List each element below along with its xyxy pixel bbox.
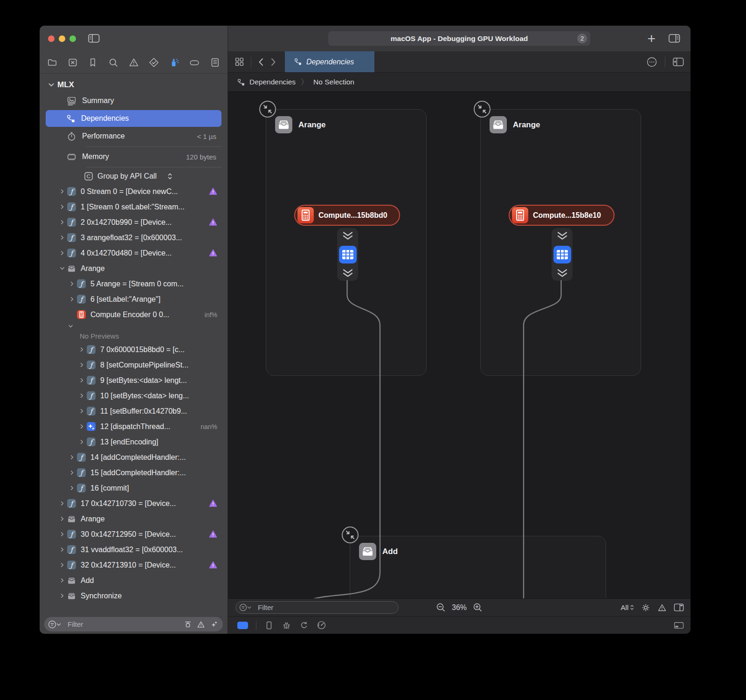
chevron-right-icon[interactable] (57, 562, 67, 568)
tree-row[interactable]: 12 [dispatchThread...nan% (40, 419, 228, 434)
sidebar-view-memory[interactable]: Memory120 bytes (40, 148, 228, 165)
report-navigator-icon[interactable] (208, 56, 222, 69)
tree-row[interactable]: ƒ0 Stream 0 = [Device newC... (40, 184, 228, 199)
forward-icon[interactable] (270, 57, 276, 67)
add-editor-icon[interactable] (673, 57, 684, 67)
add-tab-button[interactable]: + (647, 34, 656, 43)
project-navigator-icon[interactable] (45, 56, 59, 69)
chevron-right-icon[interactable] (77, 393, 86, 399)
gpu-capture-chip[interactable] (237, 622, 248, 629)
back-icon[interactable] (258, 57, 264, 67)
replay-icon[interactable] (299, 621, 309, 630)
canvas-filter-field[interactable]: Filter (235, 601, 399, 614)
compute-encoder-node[interactable]: Compute...15b8bd0 (294, 205, 400, 226)
tree-row[interactable]: ƒ15 [addCompletedHandler:... (40, 465, 228, 480)
tree-row[interactable]: ƒ5 Arange = [Stream 0 com... (40, 276, 228, 291)
performance-gauge-icon[interactable] (317, 620, 326, 630)
minimize-button[interactable] (59, 35, 65, 42)
chevron-right-icon[interactable] (57, 188, 67, 194)
group-by-selector[interactable]: CGroup by API Call (40, 169, 228, 184)
collapse-group-icon[interactable] (341, 526, 359, 544)
tree-row[interactable]: ƒ17 0x142710730 = [Device... (40, 496, 228, 511)
chevron-right-icon[interactable] (77, 439, 86, 445)
previews-expander[interactable] (40, 322, 228, 330)
chevron-right-icon[interactable] (57, 235, 67, 241)
tree-row[interactable]: ƒ30 0x142712950 = [Device... (40, 527, 228, 542)
chevron-right-icon[interactable] (67, 296, 76, 302)
sidebar-view-dependencies[interactable]: Dependencies (46, 109, 221, 128)
collapse-group-icon[interactable] (473, 100, 491, 118)
chevron-right-icon[interactable] (57, 547, 67, 553)
search-icon[interactable] (106, 56, 120, 69)
display-panel-icon[interactable] (674, 621, 684, 630)
tree-row[interactable]: ƒ31 vvaddfloat32 = [0x600003... (40, 542, 228, 557)
tree-row[interactable]: Arange (40, 261, 228, 276)
bookmark-navigator-icon[interactable] (86, 56, 100, 69)
resource-node[interactable] (552, 228, 573, 281)
issues-navigator-icon[interactable] (127, 56, 141, 69)
show-warnings-filter-icon[interactable] (197, 620, 205, 629)
tree-row[interactable]: ƒ32 0x142713910 = [Device... (40, 557, 228, 573)
tree-row[interactable]: ƒ6 [setLabel:"Arange"] (40, 291, 228, 307)
document-title-pill[interactable]: macOS App - Debugging GPU Workload 2 (328, 31, 590, 46)
tree-row[interactable]: Synchronize (40, 588, 228, 603)
registers-navigator-icon[interactable] (66, 56, 80, 69)
more-options-icon[interactable] (646, 56, 657, 68)
tree-row[interactable]: ƒ1 [Stream 0 setLabel:"Stream... (40, 199, 228, 215)
chevron-right-icon[interactable] (77, 408, 86, 414)
collapse-all-icon[interactable] (184, 620, 192, 629)
resource-node[interactable] (337, 228, 358, 281)
device-icon[interactable] (264, 621, 274, 630)
chevron-right-icon[interactable] (77, 377, 86, 383)
chevron-right-icon[interactable] (57, 250, 67, 256)
chevron-right-icon[interactable] (67, 281, 76, 287)
tree-row[interactable]: ƒ11 [setBuffer:0x14270b9... (40, 403, 228, 419)
breadcrumb-section[interactable]: Dependencies (249, 78, 296, 86)
tab-overview-icon[interactable] (235, 57, 244, 67)
tree-root-row[interactable]: MLX (40, 77, 228, 92)
zoom-button[interactable] (69, 35, 76, 42)
toggle-sidebar-icon[interactable] (88, 34, 100, 43)
tree-row[interactable]: ƒ13 [endEncoding] (40, 434, 228, 450)
chevron-right-icon[interactable] (57, 531, 67, 537)
tree-row[interactable]: ƒ8 [setComputePipelineSt... (40, 357, 228, 373)
tab-dependencies[interactable]: Dependencies (285, 51, 374, 72)
zoom-out-icon[interactable] (436, 603, 446, 612)
tree-row[interactable]: ƒ16 [commit] (40, 480, 228, 496)
chevron-down-icon[interactable] (57, 265, 67, 271)
chevron-right-icon[interactable] (57, 500, 67, 506)
close-button[interactable] (48, 35, 55, 42)
chevron-right-icon[interactable] (57, 204, 67, 210)
scope-selector[interactable]: All (621, 603, 634, 611)
chevron-right-icon[interactable] (77, 347, 86, 353)
dependency-graph-canvas[interactable]: Arange Compute...15b8bd0 (228, 91, 691, 598)
chevron-right-icon[interactable] (57, 219, 67, 225)
tree-row[interactable]: ƒ14 [addCompletedHandler:... (40, 450, 228, 465)
tree-row[interactable]: ƒ4 0x14270d480 = [Device... (40, 245, 228, 261)
group-node-add[interactable]: Add (350, 536, 606, 598)
collapse-group-icon[interactable] (259, 100, 276, 118)
sidebar-filter-field[interactable]: Filter (44, 617, 223, 631)
tree-row[interactable]: Arange (40, 511, 228, 527)
tree-row[interactable]: ƒ3 arangefloat32 = [0x600003... (40, 230, 228, 245)
issues-warning-icon[interactable] (657, 603, 667, 612)
chevron-right-icon[interactable] (67, 454, 76, 460)
tree-row[interactable]: Add (40, 573, 228, 588)
tree-row[interactable]: Compute Encoder 0 0...inf% (40, 307, 228, 322)
sidebar-view-performance[interactable]: Performance< 1 µs (40, 128, 228, 145)
sidebar-view-summary[interactable]: Summary (40, 92, 228, 109)
chevron-right-icon[interactable] (77, 423, 86, 430)
settings-gear-icon[interactable] (641, 603, 650, 612)
toggle-panel-icon[interactable] (674, 603, 684, 612)
tree-row[interactable]: ƒ7 0x6000015b8bd0 = [c... (40, 342, 228, 357)
tree-row[interactable]: ƒ10 [setBytes:<data> leng... (40, 388, 228, 403)
zoom-in-icon[interactable] (473, 603, 483, 612)
debug-navigator-icon[interactable] (167, 56, 181, 69)
tree-row[interactable]: ƒ2 0x14270b990 = [Device... (40, 215, 228, 230)
chevron-right-icon[interactable] (57, 593, 67, 599)
group-node-arange-1[interactable]: Arange Compute...15b8bd0 (266, 109, 427, 376)
debug-bug-icon[interactable] (282, 620, 291, 630)
tree-row[interactable]: ƒ9 [setBytes:<data> lengt... (40, 373, 228, 388)
chevron-right-icon[interactable] (57, 577, 67, 583)
group-node-arange-2[interactable]: Arange Compute...15b8e10 (480, 109, 641, 376)
